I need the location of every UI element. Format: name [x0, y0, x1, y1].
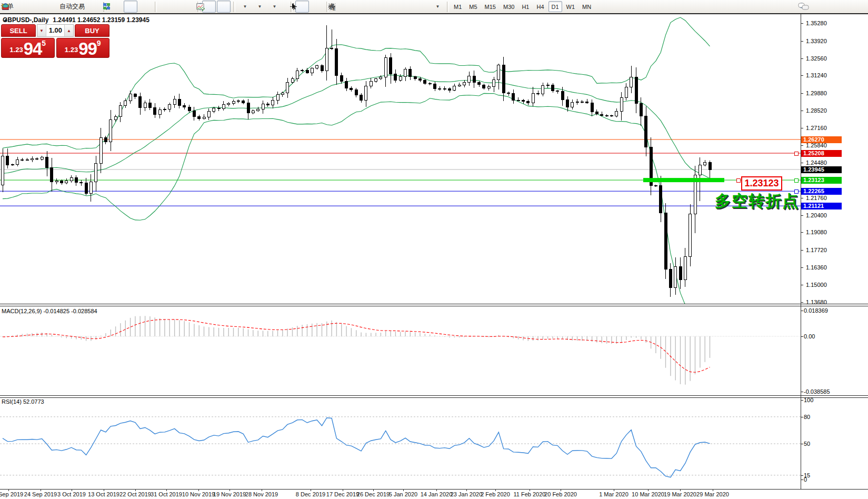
crosshair-icon — [289, 2, 298, 11]
rsi-tick-label: 100 — [804, 397, 813, 403]
macd-tick-label: -0.038585 — [804, 389, 830, 395]
price-level-callout[interactable]: 1.23123 — [741, 176, 782, 191]
zoom-out-button[interactable] — [174, 1, 188, 13]
ohlc-values: 1.24491 1.24652 1.23159 1.23945 — [53, 16, 149, 24]
callout-handle[interactable] — [736, 178, 741, 183]
buy-price-prefix: 1.23 — [65, 46, 78, 54]
channel-button[interactable]: E — [372, 1, 385, 13]
cursor-group — [289, 1, 330, 13]
macd-label: MACD(12,26,9) -0.014825 -0.028584 — [2, 308, 97, 314]
new-chart-button[interactable]: ▼ — [238, 1, 252, 13]
date-label: 24 Sep 2019 — [24, 491, 57, 497]
trendline-button[interactable] — [357, 1, 371, 13]
price-tick-label: 1.24480 — [806, 160, 827, 166]
horizontal-line-button[interactable] — [342, 1, 356, 13]
volume-decrease-button[interactable]: ▼ — [37, 25, 46, 36]
price-tick-label: 1.29880 — [806, 91, 827, 96]
price-chart[interactable] — [0, 14, 801, 304]
sell-button[interactable]: SELL — [1, 24, 36, 37]
chart-type-group — [102, 1, 203, 13]
tab-timeframe-h4[interactable]: H4 — [533, 1, 547, 12]
buy-quote-button[interactable]: 1.23 99 9 — [56, 38, 110, 58]
date-label: 3 Oct 2019 — [57, 491, 86, 497]
order-history-button[interactable] — [15, 1, 28, 13]
price-tag: 1.22265 — [801, 188, 842, 195]
chevron-down-icon: ▼ — [273, 4, 277, 9]
date-label: 22 Oct 2019 — [119, 491, 151, 497]
volume-increase-button[interactable]: ▲ — [64, 25, 73, 36]
candles — [2, 25, 712, 297]
buy-button[interactable]: BUY — [75, 24, 109, 37]
price-tick-dash — [801, 23, 803, 24]
price-tick-label: 1.20400 — [806, 213, 827, 218]
annotation-text: 多空转折点 — [715, 191, 799, 212]
chevron-down-icon: ▼ — [258, 4, 262, 9]
timeframe-group: M1M5M15M30H1H4D1W1MN — [451, 1, 594, 13]
date-label: 11 Feb 2020 — [514, 491, 546, 497]
panel-separator[interactable] — [0, 304, 868, 306]
rsi-tick-dash — [801, 480, 803, 480]
thick-trend-segment[interactable] — [643, 178, 724, 182]
periods-button[interactable]: ▼ — [253, 1, 266, 13]
bollinger-bands — [3, 17, 710, 304]
auto-trading-button[interactable]: 自动交易 — [59, 1, 85, 13]
accounts-button[interactable] — [29, 1, 43, 13]
text-button[interactable]: A — [401, 1, 415, 13]
mt4-window: 订单 自动交易 — [0, 0, 868, 499]
horizontal-level-lines[interactable] — [0, 139, 801, 206]
volume-input[interactable]: 1.00 — [46, 25, 64, 36]
tab-timeframe-m15[interactable]: M15 — [482, 1, 499, 12]
macd-tick-dash — [801, 392, 803, 392]
tab-timeframe-d1[interactable]: D1 — [548, 1, 562, 12]
tab-timeframe-w1[interactable]: W1 — [563, 1, 578, 12]
price-tag: 1.26270 — [801, 136, 842, 143]
price-tick-label: 1.33920 — [806, 38, 827, 44]
price-tick-dash — [801, 250, 803, 251]
date-label: 19 Nov 2019 — [213, 491, 246, 497]
price-tick-dash — [801, 163, 803, 163]
tile-windows-icon — [102, 2, 111, 11]
tab-timeframe-mn[interactable]: MN — [579, 1, 594, 12]
chart-shift-button[interactable] — [217, 1, 231, 13]
price-tick-dash — [801, 75, 803, 76]
macd-tick-label: 0.00 — [804, 334, 815, 340]
standard-toolbar-group: 订单 自动交易 — [1, 1, 85, 13]
macd-signal-line — [3, 320, 710, 372]
crosshair-button[interactable] — [310, 1, 324, 13]
line-drag-handle[interactable] — [794, 178, 799, 183]
panel-separator[interactable] — [0, 395, 868, 398]
line-drag-handle[interactable] — [794, 152, 799, 156]
tab-timeframe-m30[interactable]: M30 — [500, 1, 517, 12]
tab-timeframe-m5[interactable]: M5 — [466, 1, 480, 12]
tab-timeframe-m1[interactable]: M1 — [451, 1, 465, 12]
rsi-tick-dash — [801, 444, 803, 444]
macd-panel — [0, 305, 801, 395]
fibonacci-button[interactable]: F — [386, 1, 400, 13]
text-label-button[interactable]: T — [416, 1, 430, 13]
price-tick-label: 1.16360 — [806, 265, 827, 271]
candlestick-chart-button[interactable] — [124, 1, 137, 13]
zoom-in-button[interactable] — [159, 1, 173, 13]
price-tick-dash — [801, 267, 803, 268]
price-tick-dash — [801, 198, 803, 198]
date-label: 10 Nov 2019 — [182, 491, 215, 497]
buy-price-big: 99 — [78, 41, 97, 56]
community-button[interactable] — [813, 1, 826, 13]
price-tick-dash — [801, 111, 803, 111]
rsi-tick-label: 50 — [804, 441, 810, 447]
price-tick-label: 1.13680 — [806, 300, 827, 305]
price-tag: 1.23945 — [801, 166, 842, 173]
price-tag: 1.21121 — [801, 203, 842, 209]
price-tick-dash — [801, 58, 803, 59]
signals-button[interactable] — [44, 1, 58, 13]
line-chart-button[interactable] — [138, 1, 152, 13]
date-label: 26 Dec 2019 — [357, 491, 390, 497]
symbol-icon — [3, 17, 8, 23]
arrows-button[interactable]: ▼ — [431, 1, 444, 13]
tab-timeframe-h1[interactable]: H1 — [518, 1, 532, 12]
rsi-level-lines — [0, 417, 801, 475]
rsi-tick-dash — [801, 475, 803, 476]
macd-tick-label: 0.018369 — [804, 308, 828, 314]
sell-quote-button[interactable]: 1.23 94 5 — [1, 38, 55, 58]
indicators-button[interactable]: ▼ — [267, 1, 281, 13]
